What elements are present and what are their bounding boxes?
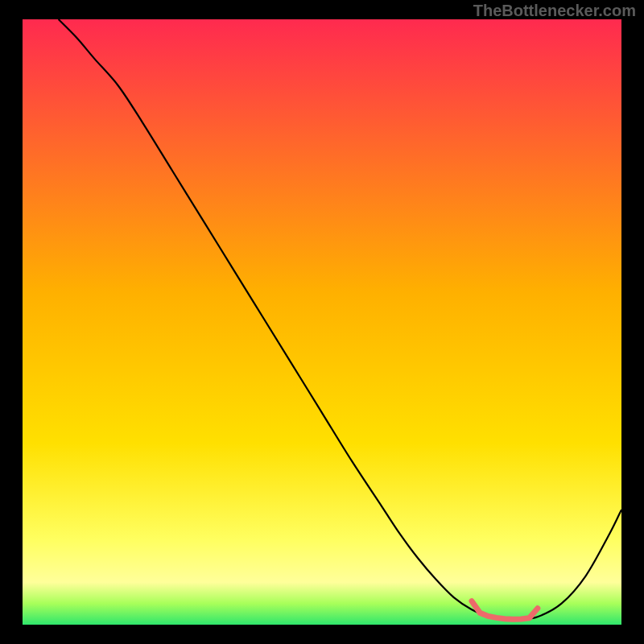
chart-container: TheBottlenecker.com xyxy=(0,0,644,644)
bottleneck-curve xyxy=(59,19,621,620)
curve-layer xyxy=(23,19,621,625)
attribution-text: TheBottlenecker.com xyxy=(473,2,636,20)
plot-area xyxy=(23,19,621,625)
flat-region-marker xyxy=(472,601,538,620)
